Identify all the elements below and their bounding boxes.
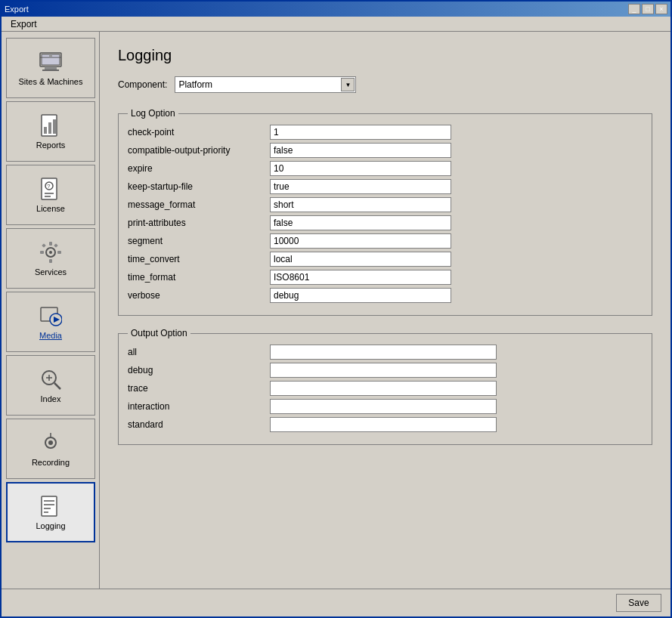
sidebar-item-services[interactable]: Services: [6, 228, 95, 289]
svg-rect-20: [57, 251, 61, 254]
form-row-standard: standard: [128, 417, 643, 432]
close-button[interactable]: ×: [655, 4, 667, 14]
sidebar-item-index[interactable]: Index: [6, 355, 95, 416]
svg-line-27: [54, 383, 60, 389]
label-segment: segment: [128, 236, 264, 246]
input-print-attributes[interactable]: [270, 215, 451, 230]
label-all: all: [128, 347, 264, 357]
main-panel: Logging Component: Platform ▼ Log Option…: [100, 32, 670, 589]
svg-rect-5: [49, 55, 52, 57]
maximize-button[interactable]: □: [642, 4, 654, 14]
component-row: Component: Platform ▼: [118, 76, 652, 93]
form-row-time-convert: time_convert: [128, 252, 643, 267]
title-bar: Export _ □ ×: [2, 2, 670, 17]
svg-rect-8: [48, 122, 51, 134]
page-title: Logging: [118, 47, 652, 64]
form-row-compatible-output-priority: compatible-output-priority: [128, 143, 643, 158]
label-keep-startup-file: keep-startup-file: [128, 181, 264, 192]
bottom-bar: Save: [2, 589, 670, 616]
svg-rect-17: [49, 242, 52, 246]
input-segment[interactable]: [270, 233, 451, 249]
input-trace[interactable]: [270, 381, 497, 396]
input-standard[interactable]: [270, 417, 497, 432]
sidebar-label-services: Services: [35, 267, 67, 277]
content-area: Sites & Machines Reports: [2, 32, 670, 589]
sidebar-item-reports[interactable]: Reports: [6, 101, 95, 162]
input-all[interactable]: [270, 345, 497, 360]
svg-rect-9: [53, 119, 56, 134]
svg-point-16: [49, 251, 52, 254]
sidebar-item-license[interactable]: ? License: [6, 165, 95, 225]
input-debug[interactable]: [270, 363, 497, 378]
input-interaction[interactable]: [270, 399, 497, 414]
sidebar-item-logging[interactable]: Logging: [6, 482, 95, 542]
label-debug: debug: [128, 365, 264, 375]
form-row-all: all: [128, 345, 643, 360]
svg-rect-18: [49, 259, 52, 263]
menu-export[interactable]: Export: [6, 17, 42, 31]
svg-rect-7: [44, 127, 47, 134]
sidebar-item-media[interactable]: Media: [6, 292, 95, 352]
input-time-convert[interactable]: [270, 252, 451, 267]
reports-icon: [39, 113, 63, 138]
label-expire: expire: [128, 163, 264, 174]
input-compatible-output-priority[interactable]: [270, 143, 451, 158]
svg-point-31: [48, 440, 53, 445]
form-row-message-format: message_format: [128, 197, 643, 212]
sidebar-item-sites-machines[interactable]: Sites & Machines: [6, 38, 95, 98]
label-message-format: message_format: [128, 199, 264, 210]
svg-rect-3: [42, 70, 59, 71]
form-row-debug: debug: [128, 363, 643, 378]
label-trace: trace: [128, 383, 264, 394]
form-row-expire: expire: [128, 161, 643, 176]
svg-rect-21: [42, 243, 46, 248]
main-window: Export _ □ × Export: [0, 0, 672, 618]
sidebar-item-recording[interactable]: Recording: [6, 419, 95, 479]
form-row-trace: trace: [128, 381, 643, 396]
sidebar-label-index: Index: [41, 394, 61, 403]
input-verbose[interactable]: [270, 288, 451, 303]
input-keep-startup-file[interactable]: [270, 179, 451, 194]
component-select[interactable]: Platform: [175, 76, 356, 93]
recording-icon: [39, 431, 63, 455]
menu-bar: Export: [2, 17, 670, 32]
svg-text:?: ?: [47, 183, 51, 190]
sidebar-label-logging: Logging: [36, 521, 65, 530]
form-row-keep-startup-file: keep-startup-file: [128, 179, 643, 194]
label-print-attributes: print-attributes: [128, 218, 264, 228]
media-icon: [39, 304, 63, 328]
svg-rect-2: [45, 66, 57, 70]
sidebar-label-recording: Recording: [32, 458, 70, 467]
output-option-legend: Output Option: [128, 328, 190, 338]
form-row-segment: segment: [128, 233, 643, 249]
label-time-convert: time_convert: [128, 254, 264, 264]
label-standard: standard: [128, 419, 264, 430]
input-time-format[interactable]: [270, 270, 451, 285]
input-message-format[interactable]: [270, 197, 451, 212]
input-check-point[interactable]: [270, 125, 451, 140]
title-bar-buttons: _ □ ×: [628, 4, 667, 14]
form-row-check-point: check-point: [128, 125, 643, 140]
label-compatible-output-priority: compatible-output-priority: [128, 145, 264, 156]
input-expire[interactable]: [270, 161, 451, 176]
save-button[interactable]: Save: [616, 594, 661, 612]
log-option-legend: Log Option: [128, 108, 178, 119]
services-icon: [39, 240, 63, 264]
sidebar-label-reports: Reports: [36, 141, 66, 150]
sidebar-label-sites-machines: Sites & Machines: [19, 77, 83, 86]
sidebar: Sites & Machines Reports: [2, 32, 100, 589]
svg-rect-22: [54, 243, 58, 248]
sites-machines-icon: [39, 50, 63, 74]
form-row-print-attributes: print-attributes: [128, 215, 643, 230]
window-title: Export: [5, 5, 29, 14]
sidebar-label-license: License: [36, 204, 65, 213]
form-row-time-format: time_format: [128, 270, 643, 285]
logging-icon: [39, 494, 63, 518]
component-label: Component:: [118, 79, 167, 90]
minimize-button[interactable]: _: [628, 4, 640, 14]
component-select-wrapper: Platform ▼: [175, 76, 356, 93]
sidebar-label-media: Media: [39, 331, 62, 340]
log-option-fieldset: Log Option check-point compatible-output…: [118, 108, 652, 316]
form-row-verbose: verbose: [128, 288, 643, 303]
label-check-point: check-point: [128, 127, 264, 138]
